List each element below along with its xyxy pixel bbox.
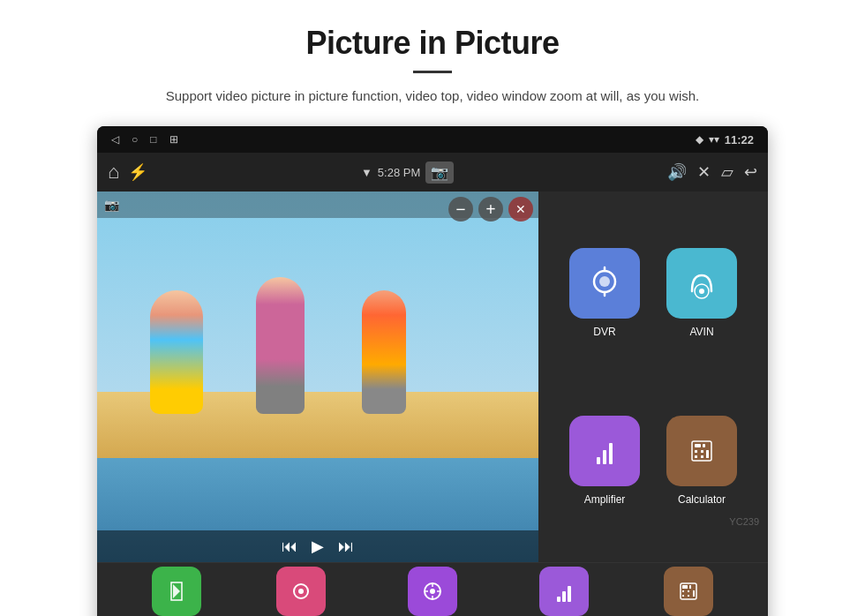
calculator-icon-box bbox=[666, 416, 737, 486]
wifi-icon: ▼ bbox=[361, 166, 372, 179]
bottom-app-siriusxm[interactable]: SiriusXM bbox=[276, 567, 326, 616]
watermark: YC239 bbox=[729, 516, 759, 527]
back-icon[interactable]: ↩ bbox=[744, 162, 757, 182]
svg-rect-31 bbox=[682, 590, 684, 592]
svg-rect-32 bbox=[688, 590, 689, 592]
amplifier-icon-box bbox=[569, 416, 640, 486]
pip-zoom-in-button[interactable]: + bbox=[478, 197, 503, 222]
app-bar-center: ▼ 5:28 PM 📷 bbox=[361, 162, 454, 184]
bottom-app-calculator[interactable]: Calculator bbox=[664, 567, 713, 616]
title-divider bbox=[413, 71, 452, 73]
main-content: 📷 − + ✕ ⏮ ▶ ⏭ bbox=[97, 192, 768, 562]
svg-rect-34 bbox=[688, 595, 689, 597]
usb-icon: ⚡ bbox=[128, 162, 147, 182]
page-subtitle: Support video picture in picture functio… bbox=[166, 86, 699, 107]
bottom-calculator-icon bbox=[676, 579, 701, 604]
page-title: Picture in Picture bbox=[305, 25, 559, 62]
svg-rect-30 bbox=[689, 585, 691, 589]
netflix-icon-box bbox=[152, 567, 201, 616]
svg-rect-9 bbox=[703, 444, 705, 447]
bottom-app-wheelkey[interactable]: Wheelkey Study bbox=[401, 567, 464, 616]
camera-button[interactable]: 📷 bbox=[425, 162, 454, 184]
pip-zoom-out-button[interactable]: − bbox=[448, 197, 473, 222]
video-frame: 📷 − + ✕ ⏮ ▶ ⏭ bbox=[97, 192, 538, 562]
app-item-avin[interactable]: AVIN bbox=[653, 209, 750, 377]
play-button[interactable]: ▶ bbox=[312, 537, 324, 556]
status-time: 11:22 bbox=[725, 133, 754, 146]
amplifier-label: Amplifier bbox=[584, 493, 626, 506]
menu-nav-icon[interactable]: ⊞ bbox=[169, 133, 178, 146]
pip-controls: − + ✕ bbox=[448, 197, 533, 222]
svg-rect-4 bbox=[597, 457, 600, 464]
app-bar-time: 5:28 PM bbox=[378, 166, 420, 179]
volume-icon[interactable]: 🔊 bbox=[667, 162, 687, 182]
svg-rect-13 bbox=[701, 455, 703, 458]
svg-rect-25 bbox=[557, 597, 560, 602]
bottom-app-row: Netflix SiriusXM bbox=[97, 562, 768, 616]
avin-icon-box bbox=[666, 248, 737, 319]
dvr-icon bbox=[587, 266, 622, 301]
wheelkey-icon bbox=[420, 579, 445, 604]
avin-label: AVIN bbox=[689, 326, 713, 338]
person1 bbox=[150, 290, 203, 414]
video-camera-icon: 📷 bbox=[104, 198, 119, 213]
close-icon[interactable]: ✕ bbox=[697, 162, 711, 182]
calculator-icon bbox=[685, 434, 718, 468]
dvr-icon-box bbox=[569, 248, 640, 319]
svg-marker-16 bbox=[173, 584, 180, 598]
page-wrapper: Picture in Picture Support video picture… bbox=[0, 0, 865, 616]
svg-point-2 bbox=[699, 289, 704, 294]
device-frame: ◁ ○ □ ⊞ ◆ ▾▾ 11:22 ⌂ ⚡ ▼ 5:28 PM 📷 bbox=[97, 126, 768, 616]
rewind-button[interactable]: ⏮ bbox=[282, 537, 297, 556]
bottom-amplifier-icon bbox=[552, 579, 576, 604]
location-icon: ◆ bbox=[696, 133, 703, 146]
status-bar-right: ◆ ▾▾ 11:22 bbox=[696, 133, 754, 146]
svg-rect-26 bbox=[562, 591, 566, 602]
wheelkey-icon-box bbox=[408, 567, 457, 616]
pip-window-icon[interactable]: ▱ bbox=[721, 162, 733, 182]
svg-point-18 bbox=[298, 589, 304, 594]
svg-rect-27 bbox=[568, 586, 571, 602]
siriusxm-icon bbox=[289, 579, 313, 604]
svg-rect-12 bbox=[695, 455, 697, 458]
app-grid: DVR AVIN bbox=[538, 192, 768, 562]
svg-rect-5 bbox=[603, 450, 606, 464]
app-item-dvr[interactable]: DVR bbox=[556, 209, 653, 377]
svg-point-1 bbox=[599, 276, 610, 287]
svg-rect-10 bbox=[695, 450, 697, 453]
bottom-calculator-icon-box bbox=[664, 567, 713, 616]
video-pip-container: 📷 − + ✕ ⏮ ▶ ⏭ bbox=[97, 192, 538, 562]
svg-rect-11 bbox=[701, 450, 703, 453]
svg-rect-14 bbox=[706, 450, 709, 458]
person2 bbox=[256, 277, 305, 414]
avin-icon bbox=[685, 267, 718, 300]
wifi-signal-icon: ▾▾ bbox=[709, 133, 719, 146]
bottom-app-netflix[interactable]: Netflix bbox=[152, 567, 201, 616]
siriusxm-icon-box bbox=[276, 567, 326, 616]
person3 bbox=[362, 290, 406, 414]
svg-rect-29 bbox=[682, 585, 688, 589]
recents-nav-icon[interactable]: □ bbox=[150, 133, 156, 146]
app-bar-left: ⌂ ⚡ bbox=[108, 161, 147, 184]
fast-forward-button[interactable]: ⏭ bbox=[338, 537, 354, 556]
status-bar-left: ◁ ○ □ ⊞ bbox=[111, 133, 178, 146]
app-bar-right: 🔊 ✕ ▱ ↩ bbox=[667, 162, 757, 182]
app-item-amplifier[interactable]: Amplifier bbox=[556, 377, 653, 545]
back-nav-icon[interactable]: ◁ bbox=[111, 133, 119, 146]
netflix-icon bbox=[164, 579, 189, 604]
svg-rect-8 bbox=[695, 444, 701, 447]
pip-close-button[interactable]: ✕ bbox=[508, 197, 533, 222]
bottom-app-amplifier[interactable]: Amplifier bbox=[539, 567, 589, 616]
svg-point-20 bbox=[430, 589, 435, 594]
app-bar: ⌂ ⚡ ▼ 5:28 PM 📷 🔊 ✕ ▱ ↩ bbox=[97, 153, 768, 192]
video-playback-controls: ⏮ ▶ ⏭ bbox=[97, 530, 538, 562]
status-bar: ◁ ○ □ ⊞ ◆ ▾▾ 11:22 bbox=[97, 126, 768, 153]
home-nav-icon[interactable]: ○ bbox=[132, 133, 138, 146]
bottom-amplifier-icon-box bbox=[539, 567, 589, 616]
svg-rect-6 bbox=[609, 443, 613, 464]
home-icon[interactable]: ⌂ bbox=[108, 161, 119, 184]
svg-rect-33 bbox=[682, 595, 684, 597]
amplifier-icon bbox=[588, 434, 621, 468]
calculator-label: Calculator bbox=[678, 493, 726, 506]
dvr-label: DVR bbox=[593, 326, 615, 338]
